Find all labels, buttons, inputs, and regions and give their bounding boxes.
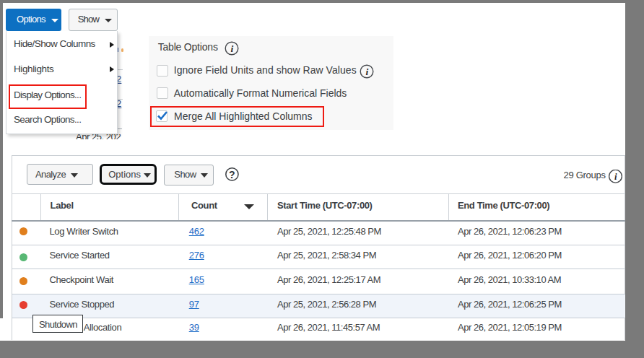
svg-text:i: i bbox=[614, 172, 617, 182]
svg-text:i: i bbox=[230, 43, 233, 54]
svg-text:?: ? bbox=[229, 169, 235, 180]
svg-text:i: i bbox=[365, 66, 368, 77]
